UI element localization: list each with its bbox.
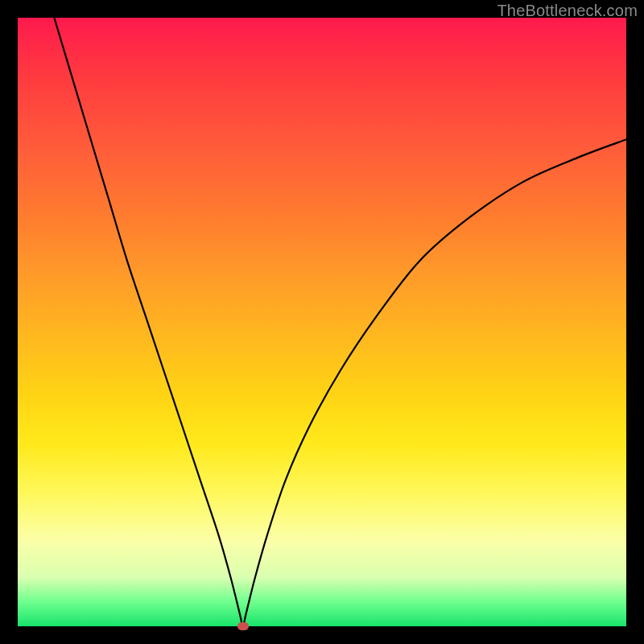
chart-frame: TheBottleneck.com bbox=[0, 0, 644, 644]
optimal-point-marker bbox=[237, 622, 249, 630]
watermark-text: TheBottleneck.com bbox=[497, 2, 638, 20]
bottleneck-curve bbox=[18, 18, 626, 626]
plot-area bbox=[18, 18, 626, 626]
